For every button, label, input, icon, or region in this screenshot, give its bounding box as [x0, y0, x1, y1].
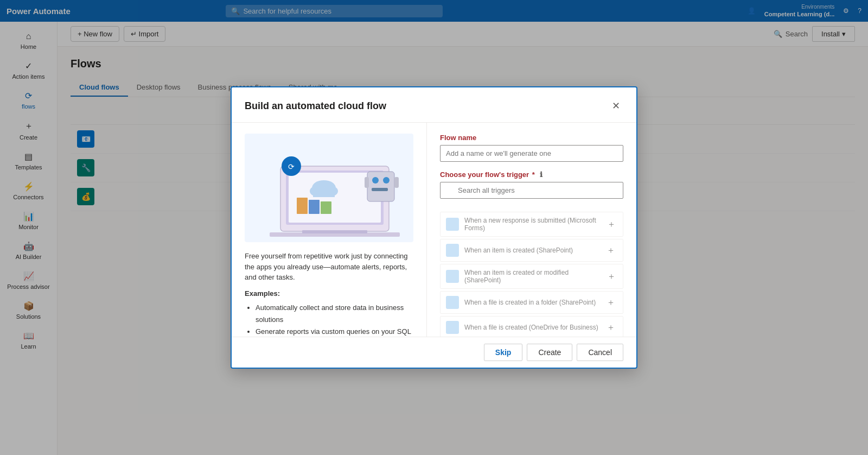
trigger-add-1[interactable]: ＋ — [606, 218, 617, 231]
modal-examples-list: Automatically collect and store data in … — [245, 302, 413, 337]
svg-rect-13 — [372, 188, 388, 191]
modal-illustration: ⟳ — [245, 134, 413, 242]
trigger-search-input[interactable] — [440, 182, 623, 199]
modal-close-button[interactable]: ✕ — [608, 98, 623, 113]
trigger-add-3[interactable]: ＋ — [605, 270, 617, 283]
trigger-icon-5 — [446, 321, 459, 334]
trigger-required-mark: * — [532, 170, 535, 179]
flow-name-input[interactable] — [440, 145, 623, 162]
trigger-item-5[interactable]: When a file is created (OneDrive for Bus… — [440, 316, 623, 337]
modal-examples-heading: Examples: — [245, 289, 413, 298]
trigger-info-icon[interactable]: ℹ — [540, 170, 542, 179]
modal-example-1: Automatically collect and store data in … — [256, 302, 413, 326]
modal-header: Build an automated cloud flow ✕ — [232, 87, 636, 123]
svg-rect-14 — [365, 177, 369, 188]
trigger-add-4[interactable]: ＋ — [604, 296, 617, 309]
trigger-item-1[interactable]: When a new response is submitted (Micros… — [440, 212, 623, 237]
svg-rect-10 — [367, 172, 394, 201]
svg-rect-7 — [297, 198, 308, 214]
svg-point-12 — [383, 177, 390, 184]
trigger-icon-1 — [446, 218, 459, 231]
skip-button[interactable]: Skip — [484, 344, 523, 361]
cancel-button[interactable]: Cancel — [577, 344, 623, 361]
trigger-add-5[interactable]: ＋ — [604, 321, 617, 334]
modal-overlay: Build an automated cloud flow ✕ — [0, 0, 868, 455]
create-button[interactable]: Create — [527, 344, 572, 361]
trigger-label-1: When a new response is submitted (Micros… — [464, 217, 601, 232]
trigger-label-4: When a file is created in a folder (Shar… — [464, 299, 596, 306]
svg-rect-19 — [302, 230, 367, 233]
modal-title: Build an automated cloud flow — [245, 100, 386, 112]
modal-right-panel: Flow name Choose your flow's trigger * ℹ… — [427, 123, 636, 337]
trigger-add-2[interactable]: ＋ — [604, 244, 617, 257]
trigger-item-3[interactable]: When an item is created or modified (Sha… — [440, 264, 623, 289]
modal-left-panel: ⟳ Free yourself from repetitive work jus… — [232, 123, 427, 337]
svg-point-11 — [372, 177, 379, 184]
modal-description: Free yourself from repetitive work just … — [245, 251, 413, 283]
modal-footer: Skip Create Cancel — [232, 337, 636, 368]
modal-example-2: Generate reports via custom queries on y… — [256, 326, 413, 337]
svg-rect-6 — [313, 191, 335, 197]
svg-rect-9 — [321, 201, 331, 214]
flow-name-label: Flow name — [440, 134, 623, 142]
svg-rect-8 — [309, 200, 320, 214]
modal-build-flow: Build an automated cloud flow ✕ — [231, 86, 637, 369]
trigger-list: When a new response is submitted (Micros… — [440, 212, 623, 337]
trigger-icon-3 — [446, 270, 459, 283]
trigger-label-2: When an item is created (SharePoint) — [464, 247, 573, 254]
trigger-label-3: When an item is created or modified (Sha… — [464, 269, 599, 284]
trigger-label: Choose your flow's trigger * ℹ — [440, 170, 623, 179]
svg-rect-15 — [394, 177, 399, 188]
trigger-item-2[interactable]: When an item is created (SharePoint) ＋ — [440, 239, 623, 262]
trigger-icon-4 — [446, 296, 459, 309]
svg-text:⟳: ⟳ — [288, 162, 295, 171]
trigger-label-5: When a file is created (OneDrive for Bus… — [464, 324, 598, 331]
trigger-item-4[interactable]: When a file is created in a folder (Shar… — [440, 291, 623, 314]
modal-body: ⟳ Free yourself from repetitive work jus… — [232, 123, 636, 337]
trigger-search-wrap: 🔍 — [440, 182, 623, 205]
trigger-icon-2 — [446, 244, 459, 257]
